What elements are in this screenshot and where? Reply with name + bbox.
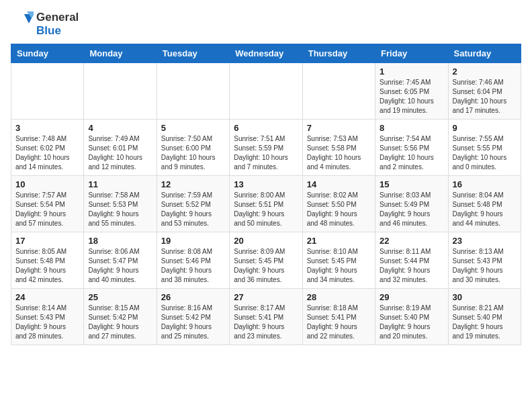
calendar-cell: 12Sunrise: 7:59 AM Sunset: 5:52 PM Dayli… (157, 176, 229, 232)
day-info: Sunrise: 8:09 AM Sunset: 5:45 PM Dayligh… (234, 247, 298, 285)
page-header: GeneralBlue (11, 11, 521, 37)
day-info: Sunrise: 7:49 AM Sunset: 6:01 PM Dayligh… (88, 134, 152, 172)
calendar-cell: 5Sunrise: 7:50 AM Sunset: 6:00 PM Daylig… (157, 120, 229, 176)
calendar-cell: 17Sunrise: 8:05 AM Sunset: 5:48 PM Dayli… (11, 232, 84, 289)
day-number: 20 (234, 236, 298, 246)
calendar-cell (230, 63, 302, 120)
day-info: Sunrise: 7:48 AM Sunset: 6:02 PM Dayligh… (15, 134, 79, 172)
day-info: Sunrise: 8:15 AM Sunset: 5:42 PM Dayligh… (88, 304, 152, 341)
day-number: 28 (307, 292, 371, 302)
day-info: Sunrise: 8:10 AM Sunset: 5:45 PM Dayligh… (307, 247, 371, 285)
day-number: 7 (307, 123, 371, 133)
calendar-cell: 10Sunrise: 7:57 AM Sunset: 5:54 PM Dayli… (11, 176, 84, 232)
weekday-header-monday: Monday (84, 44, 157, 63)
day-number: 5 (161, 123, 225, 133)
weekday-header-friday: Friday (375, 44, 448, 63)
calendar-cell: 14Sunrise: 8:02 AM Sunset: 5:50 PM Dayli… (302, 176, 375, 232)
weekday-header-sunday: Sunday (11, 44, 84, 63)
calendar-cell: 28Sunrise: 8:18 AM Sunset: 5:41 PM Dayli… (302, 289, 375, 345)
day-info: Sunrise: 8:03 AM Sunset: 5:49 PM Dayligh… (380, 191, 443, 228)
day-info: Sunrise: 7:45 AM Sunset: 6:05 PM Dayligh… (380, 78, 443, 116)
day-number: 29 (380, 292, 443, 302)
day-number: 8 (380, 123, 443, 133)
weekday-header-thursday: Thursday (302, 44, 375, 63)
day-number: 14 (307, 179, 371, 189)
day-info: Sunrise: 8:02 AM Sunset: 5:50 PM Dayligh… (307, 191, 371, 228)
calendar-cell: 18Sunrise: 8:06 AM Sunset: 5:47 PM Dayli… (84, 232, 157, 289)
day-info: Sunrise: 7:59 AM Sunset: 5:52 PM Dayligh… (161, 191, 225, 228)
logo-svg (11, 11, 34, 37)
logo: GeneralBlue (11, 11, 79, 37)
calendar-cell: 13Sunrise: 8:00 AM Sunset: 5:51 PM Dayli… (230, 176, 302, 232)
calendar-cell: 16Sunrise: 8:04 AM Sunset: 5:48 PM Dayli… (448, 176, 521, 232)
weekday-header-tuesday: Tuesday (157, 44, 229, 63)
calendar-cell: 9Sunrise: 7:55 AM Sunset: 5:55 PM Daylig… (448, 120, 521, 176)
calendar-cell: 30Sunrise: 8:21 AM Sunset: 5:40 PM Dayli… (448, 289, 521, 345)
day-info: Sunrise: 8:21 AM Sunset: 5:40 PM Dayligh… (453, 304, 517, 341)
logo-blue: Blue (36, 24, 79, 38)
day-number: 25 (88, 292, 152, 302)
day-number: 27 (234, 292, 298, 302)
calendar-cell: 20Sunrise: 8:09 AM Sunset: 5:45 PM Dayli… (230, 232, 302, 289)
day-number: 26 (161, 292, 225, 302)
calendar-week-2: 3Sunrise: 7:48 AM Sunset: 6:02 PM Daylig… (11, 120, 521, 176)
day-number: 1 (380, 66, 443, 77)
calendar-cell (84, 63, 157, 120)
calendar-table: SundayMondayTuesdayWednesdayThursdayFrid… (11, 44, 521, 345)
day-info: Sunrise: 7:55 AM Sunset: 5:55 PM Dayligh… (453, 134, 517, 172)
calendar-cell: 4Sunrise: 7:49 AM Sunset: 6:01 PM Daylig… (84, 120, 157, 176)
day-info: Sunrise: 7:51 AM Sunset: 5:59 PM Dayligh… (234, 134, 298, 172)
calendar-cell: 26Sunrise: 8:16 AM Sunset: 5:42 PM Dayli… (157, 289, 229, 345)
day-number: 21 (307, 236, 371, 246)
day-number: 17 (15, 236, 79, 246)
calendar-cell (302, 63, 375, 120)
calendar-cell: 8Sunrise: 7:54 AM Sunset: 5:56 PM Daylig… (375, 120, 448, 176)
day-info: Sunrise: 8:05 AM Sunset: 5:48 PM Dayligh… (15, 247, 79, 285)
calendar-cell: 1Sunrise: 7:45 AM Sunset: 6:05 PM Daylig… (375, 63, 448, 120)
calendar-cell (157, 63, 229, 120)
day-number: 24 (15, 292, 79, 302)
day-info: Sunrise: 8:11 AM Sunset: 5:44 PM Dayligh… (380, 247, 443, 285)
day-number: 12 (161, 179, 225, 189)
day-number: 11 (88, 179, 152, 189)
day-number: 13 (234, 179, 298, 189)
day-number: 2 (453, 66, 517, 77)
day-number: 10 (15, 179, 79, 189)
calendar-cell: 22Sunrise: 8:11 AM Sunset: 5:44 PM Dayli… (375, 232, 448, 289)
calendar-cell: 15Sunrise: 8:03 AM Sunset: 5:49 PM Dayli… (375, 176, 448, 232)
day-info: Sunrise: 8:18 AM Sunset: 5:41 PM Dayligh… (307, 304, 371, 341)
day-info: Sunrise: 8:13 AM Sunset: 5:43 PM Dayligh… (453, 247, 517, 285)
day-info: Sunrise: 8:19 AM Sunset: 5:40 PM Dayligh… (380, 304, 443, 341)
weekday-header-wednesday: Wednesday (230, 44, 302, 63)
day-info: Sunrise: 7:50 AM Sunset: 6:00 PM Dayligh… (161, 134, 225, 172)
calendar-cell: 19Sunrise: 8:08 AM Sunset: 5:46 PM Dayli… (157, 232, 229, 289)
day-info: Sunrise: 7:57 AM Sunset: 5:54 PM Dayligh… (15, 191, 79, 228)
calendar-cell: 7Sunrise: 7:53 AM Sunset: 5:58 PM Daylig… (302, 120, 375, 176)
calendar-week-5: 24Sunrise: 8:14 AM Sunset: 5:43 PM Dayli… (11, 289, 521, 345)
day-number: 18 (88, 236, 152, 246)
day-number: 3 (15, 123, 79, 133)
day-info: Sunrise: 7:54 AM Sunset: 5:56 PM Dayligh… (380, 134, 443, 172)
day-info: Sunrise: 8:08 AM Sunset: 5:46 PM Dayligh… (161, 247, 225, 285)
day-number: 19 (161, 236, 225, 246)
day-info: Sunrise: 7:46 AM Sunset: 6:04 PM Dayligh… (453, 78, 517, 116)
calendar-cell: 2Sunrise: 7:46 AM Sunset: 6:04 PM Daylig… (448, 63, 521, 120)
day-number: 15 (380, 179, 443, 189)
calendar-week-1: 1Sunrise: 7:45 AM Sunset: 6:05 PM Daylig… (11, 63, 521, 120)
day-info: Sunrise: 8:00 AM Sunset: 5:51 PM Dayligh… (234, 191, 298, 228)
calendar-cell: 27Sunrise: 8:17 AM Sunset: 5:41 PM Dayli… (230, 289, 302, 345)
calendar-cell: 29Sunrise: 8:19 AM Sunset: 5:40 PM Dayli… (375, 289, 448, 345)
calendar-cell (11, 63, 84, 120)
weekday-header-saturday: Saturday (448, 44, 521, 63)
calendar-week-3: 10Sunrise: 7:57 AM Sunset: 5:54 PM Dayli… (11, 176, 521, 232)
calendar-cell: 25Sunrise: 8:15 AM Sunset: 5:42 PM Dayli… (84, 289, 157, 345)
day-number: 6 (234, 123, 298, 133)
calendar-cell: 21Sunrise: 8:10 AM Sunset: 5:45 PM Dayli… (302, 232, 375, 289)
calendar-cell: 11Sunrise: 7:58 AM Sunset: 5:53 PM Dayli… (84, 176, 157, 232)
day-number: 4 (88, 123, 152, 133)
day-info: Sunrise: 8:14 AM Sunset: 5:43 PM Dayligh… (15, 304, 79, 341)
day-info: Sunrise: 7:58 AM Sunset: 5:53 PM Dayligh… (88, 191, 152, 228)
day-info: Sunrise: 7:53 AM Sunset: 5:58 PM Dayligh… (307, 134, 371, 172)
calendar-cell: 6Sunrise: 7:51 AM Sunset: 5:59 PM Daylig… (230, 120, 302, 176)
day-number: 22 (380, 236, 443, 246)
